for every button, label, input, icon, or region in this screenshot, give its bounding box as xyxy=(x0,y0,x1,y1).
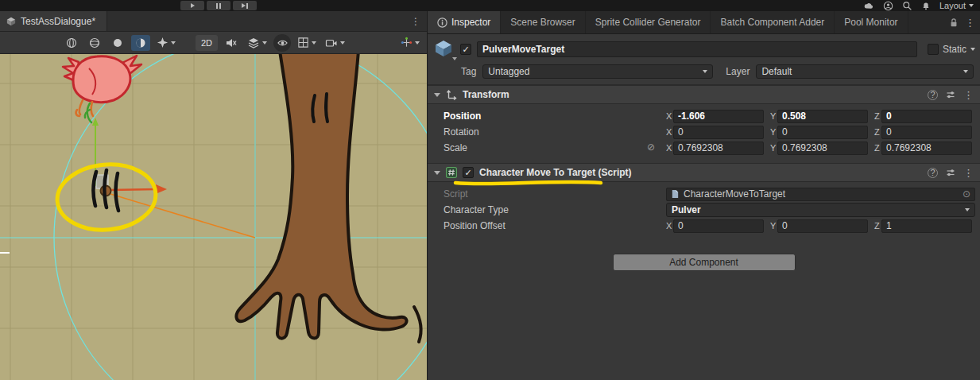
foldout-icon[interactable] xyxy=(434,171,440,175)
tab-inspector[interactable]: Inspector xyxy=(428,11,501,33)
inspector-tab-bar: Inspector Scene Browser Sprite Collider … xyxy=(428,11,980,34)
shading-sphere-icon xyxy=(65,37,78,49)
2d-label: 2D xyxy=(201,38,212,48)
chevron-down-icon xyxy=(415,41,420,45)
effects-dropdown-button[interactable] xyxy=(154,35,178,51)
notifications-icon[interactable] xyxy=(921,1,931,11)
pause-button[interactable] xyxy=(207,1,230,10)
chevron-down-icon[interactable] xyxy=(970,48,975,51)
account-icon[interactable] xyxy=(883,1,893,11)
solid-circle-button[interactable] xyxy=(108,35,127,51)
scene-toolbar: 2D xyxy=(0,32,427,54)
scale-row: Scale ⊘ X 0.7692308 Y 0.7692308 Z 0.7692… xyxy=(428,140,980,156)
position-x-field[interactable]: -1.606 xyxy=(673,110,764,123)
component-menu-icon[interactable]: ⋮ xyxy=(963,89,974,101)
scale-y-field[interactable]: 0.7692308 xyxy=(777,142,868,155)
2d-mode-toggle[interactable]: 2D xyxy=(196,35,218,51)
character-type-dropdown[interactable]: Pulver xyxy=(666,203,975,217)
chevron-down-icon[interactable] xyxy=(452,57,457,60)
scale-z-field[interactable]: 0.7692308 xyxy=(881,142,972,155)
layout-dropdown[interactable]: Layout xyxy=(939,1,974,10)
add-component-button[interactable]: Add Component xyxy=(613,254,796,271)
step-button[interactable] xyxy=(233,1,257,10)
property-label: Rotation xyxy=(444,126,666,138)
static-label: Static xyxy=(943,44,966,55)
foldout-icon[interactable] xyxy=(434,93,440,97)
script-component-header[interactable]: ✓ Character Move To Target (Script) ? ⋮ xyxy=(428,163,980,182)
offset-y-field[interactable]: 0 xyxy=(777,219,868,233)
component-enabled-checkbox[interactable]: ✓ xyxy=(463,167,474,178)
grid-dropdown-button[interactable] xyxy=(295,35,319,51)
help-icon[interactable]: ? xyxy=(928,168,938,178)
axis-x-label: X xyxy=(666,221,673,231)
active-checkbox[interactable]: ✓ xyxy=(460,44,471,55)
rotation-x-field[interactable]: 0 xyxy=(673,126,764,139)
tag-dropdown[interactable]: Untagged xyxy=(482,64,713,79)
shading-sphere-button[interactable] xyxy=(62,35,81,51)
axis-z-label: Z xyxy=(874,127,881,137)
scene-visibility-button[interactable] xyxy=(273,34,291,52)
script-object-field[interactable]: CharacterMoveToTarget ⊙ xyxy=(666,188,975,201)
transform-header[interactable]: Transform ? ⋮ xyxy=(428,85,980,104)
static-checkbox[interactable] xyxy=(928,44,939,55)
axis-z-label: Z xyxy=(874,143,881,153)
camera-dropdown-button[interactable] xyxy=(323,35,347,51)
object-picker-icon[interactable]: ⊙ xyxy=(963,188,970,200)
offset-x-field[interactable]: 0 xyxy=(673,219,764,233)
presets-icon[interactable] xyxy=(945,89,956,100)
tab-label: Inspector xyxy=(451,17,490,28)
tab-sprite-collider-generator[interactable]: Sprite Collider Generator xyxy=(586,11,711,33)
script-hash-icon xyxy=(446,167,457,178)
axis-x-label: X xyxy=(666,111,673,121)
main-toolbar: Layout xyxy=(0,0,980,11)
prefab-cube-icon xyxy=(434,40,455,59)
rotation-z-field[interactable]: 0 xyxy=(881,126,972,139)
position-y-field[interactable]: 0.508 xyxy=(777,110,868,123)
tab-batch-component-adder[interactable]: Batch Component Adder xyxy=(711,11,835,33)
check-icon: ✓ xyxy=(462,45,469,54)
offset-z-field[interactable]: 1 xyxy=(881,219,972,233)
layer-value: Default xyxy=(761,66,792,77)
wireframe-sphere-icon xyxy=(88,37,101,49)
tab-scene-browser[interactable]: Scene Browser xyxy=(501,11,585,33)
presets-icon[interactable] xyxy=(945,167,956,178)
help-icon[interactable]: ? xyxy=(928,90,938,100)
scene-view-panel: TestAssDialogue* ⋮ 2D xyxy=(0,11,427,380)
search-icon[interactable] xyxy=(902,1,912,11)
component-title: Transform xyxy=(463,89,922,100)
position-z-field[interactable]: 0 xyxy=(881,110,972,123)
character-type-value: Pulver xyxy=(672,204,701,215)
play-button[interactable] xyxy=(180,1,204,10)
audio-toggle-button[interactable] xyxy=(222,35,241,51)
wireframe-sphere-button[interactable] xyxy=(85,35,104,51)
tab-pool-monitor[interactable]: Pool Monitor xyxy=(835,11,908,33)
character-type-row: Character Type Pulver xyxy=(428,202,980,218)
check-icon: ✓ xyxy=(464,169,471,177)
scale-x-field[interactable]: 0.7692308 xyxy=(673,142,764,155)
effects-star-icon xyxy=(157,37,168,48)
tab-label: Sprite Collider Generator xyxy=(595,17,701,28)
rotation-y-field[interactable]: 0 xyxy=(777,126,868,139)
half-sphere-icon xyxy=(134,37,147,49)
axis-y-label: Y xyxy=(770,111,777,121)
chevron-down-icon xyxy=(312,41,316,45)
scene-canvas[interactable] xyxy=(0,54,427,380)
gizmos-dropdown-button[interactable] xyxy=(398,35,422,51)
component-menu-icon[interactable]: ⋮ xyxy=(963,167,974,179)
scene-tab[interactable]: TestAssDialogue* xyxy=(0,11,107,31)
tab-label: Scene Browser xyxy=(510,17,575,28)
layer-dropdown[interactable]: Default xyxy=(756,64,974,79)
cloud-icon[interactable] xyxy=(863,1,874,10)
position-row: Position X -1.606 Y 0.508 Z 0 xyxy=(428,108,980,124)
scene-tab-menu-icon[interactable]: ⋮ xyxy=(411,16,420,27)
half-sphere-button[interactable] xyxy=(131,35,150,51)
constrain-proportions-icon[interactable]: ⊘ xyxy=(647,142,655,153)
gameobject-header: ✓ PulverMoveTarget Static Tag Untagged L… xyxy=(428,34,980,85)
gameobject-name-field[interactable]: PulverMoveTarget xyxy=(477,41,917,57)
lock-icon[interactable] xyxy=(949,17,959,28)
axis-z-label: Z xyxy=(874,111,881,121)
component-title: Character Move To Target (Script) xyxy=(479,167,922,178)
scene-asset-icon xyxy=(6,17,16,26)
effects-layers-dropdown[interactable] xyxy=(245,35,269,51)
inspector-menu-icon[interactable]: ⋮ xyxy=(965,17,975,29)
